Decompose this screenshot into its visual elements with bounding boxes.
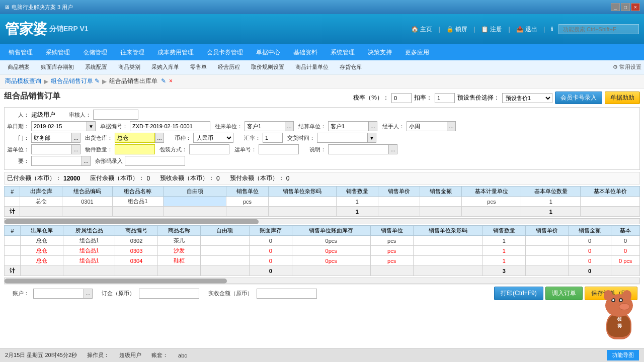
member-card-btn[interactable]: 会员卡号录入 xyxy=(555,92,602,104)
account-input[interactable] xyxy=(33,289,84,299)
subnav-stock-init[interactable]: 账面库存期初 xyxy=(36,62,79,72)
warehouse-input[interactable] xyxy=(115,133,155,143)
minimize-button[interactable]: _ xyxy=(611,3,620,11)
subnav-uom[interactable]: 商品计量单位 xyxy=(290,62,334,72)
subnav-history[interactable]: 经营历程 xyxy=(213,62,245,72)
nav-membership[interactable]: 会员卡券管理 xyxy=(201,46,249,59)
transport-input[interactable] xyxy=(31,144,71,154)
shipno-label: 运单号： xyxy=(234,146,257,153)
settle-btn[interactable]: … xyxy=(368,121,377,131)
lock-link[interactable]: 🔒 锁屏 xyxy=(446,25,467,34)
nav-voucher[interactable]: 单据中心 xyxy=(250,46,286,59)
table1-header-row: # 出库仓库 组合品编码 组合品名称 自由项 销售单位 销售单位杂形码 销售数量… xyxy=(5,187,640,197)
partner-btn[interactable]: … xyxy=(285,121,294,131)
logout-link[interactable]: 📤 退出 xyxy=(516,25,537,34)
note-input[interactable] xyxy=(328,144,388,154)
currency-select[interactable]: 人民币 xyxy=(193,133,233,143)
window-controls[interactable]: _ □ × xyxy=(611,3,640,11)
subnav-product-category[interactable]: 商品类别 xyxy=(113,62,145,72)
price-select[interactable]: 预设售价1 xyxy=(502,93,552,103)
scrollbar-h-2[interactable] xyxy=(4,278,640,284)
docno-input[interactable] xyxy=(130,121,210,131)
partner-input[interactable] xyxy=(245,121,285,131)
mascot: 彼得 xyxy=(601,294,641,344)
scrollbar-thumb-2[interactable] xyxy=(5,279,227,284)
subnav-price-rule[interactable]: 取价规则设置 xyxy=(246,62,289,72)
scrollbar-thumb-1[interactable] xyxy=(5,219,259,224)
req-btn[interactable]: … xyxy=(82,156,91,166)
warehouse-btn[interactable]: … xyxy=(155,133,164,143)
order-input[interactable] xyxy=(139,289,199,299)
mascot-img: 彼得 xyxy=(601,294,639,339)
nav-sales[interactable]: 销售管理 xyxy=(3,46,39,59)
nav-basic[interactable]: 基础资料 xyxy=(287,46,324,59)
person2-input[interactable] xyxy=(407,121,447,131)
actual-input[interactable] xyxy=(257,289,317,299)
partner-label: 往来单位： xyxy=(215,123,243,130)
mascot-text: 彼得 xyxy=(609,316,629,329)
function-search-input[interactable] xyxy=(558,24,639,34)
transport-btn[interactable]: … xyxy=(71,144,80,154)
date-input[interactable] xyxy=(31,121,87,131)
subnav-product-file[interactable]: 商品档案 xyxy=(3,62,35,72)
main-nav: 销售管理 采购管理 仓储管理 往来管理 成本费用管理 会员卡券管理 单据中心 基… xyxy=(0,44,644,60)
close-button[interactable]: × xyxy=(631,3,640,11)
nav-warehouse[interactable]: 仓储管理 xyxy=(77,46,113,59)
tax-input[interactable] xyxy=(391,93,412,103)
scrollbar-h-1[interactable] xyxy=(4,218,640,224)
nav-purchase[interactable]: 采购管理 xyxy=(40,46,76,59)
func-map-btn[interactable]: 功能导图 xyxy=(607,350,639,360)
subnav-retail[interactable]: 零售单 xyxy=(185,62,212,72)
person2-btn[interactable]: … xyxy=(447,121,456,131)
info-link[interactable]: ℹ xyxy=(551,26,553,33)
delivery-btn[interactable]: ▼ xyxy=(367,133,376,143)
subnav-sys-config[interactable]: 系统配置 xyxy=(80,62,112,72)
help-btn[interactable]: 单据助助 xyxy=(605,92,640,104)
nav-decision[interactable]: 决策支持 xyxy=(362,46,398,59)
delivery-input[interactable] xyxy=(317,133,367,143)
settle-input[interactable] xyxy=(328,121,368,131)
dept-btn[interactable]: … xyxy=(71,133,80,143)
print-button[interactable]: 打印(Ctrl+F9) xyxy=(494,287,543,300)
req-input[interactable] xyxy=(31,156,82,166)
subnav-warehouse[interactable]: 存货仓库 xyxy=(335,62,367,72)
count-label: 物件数量： xyxy=(85,146,113,153)
dept-input[interactable] xyxy=(31,133,71,143)
note-btn[interactable]: … xyxy=(388,144,397,154)
date-picker-btn[interactable]: ▼ xyxy=(87,121,96,131)
count-input[interactable] xyxy=(115,144,155,154)
th2-no: # xyxy=(5,226,21,236)
nav-transactions[interactable]: 往来管理 xyxy=(114,46,150,59)
rate-input[interactable] xyxy=(263,133,283,143)
home-link[interactable]: 🏠 主页 xyxy=(411,25,432,34)
shipno-input[interactable] xyxy=(259,144,299,154)
nav-more[interactable]: 更多应用 xyxy=(399,46,435,59)
nav-system[interactable]: 系统管理 xyxy=(325,46,361,59)
delivery-wrapper: ▼ xyxy=(317,133,376,143)
settings-button[interactable]: ⚙ 常用设置 xyxy=(613,63,641,71)
th-base-price: 基本单位单价 xyxy=(581,187,640,197)
header-right: 🏠 主页 | 🔒 锁屏 | 📋 注册 | 📤 退出 | ℹ xyxy=(411,24,639,34)
nav-cost[interactable]: 成本费用管理 xyxy=(151,46,200,59)
discount-input[interactable] xyxy=(435,93,455,103)
th2-unit: 销售单位 xyxy=(370,226,413,236)
breadcrumb-item-1[interactable]: 商品模板查询 xyxy=(5,77,41,85)
maximize-button[interactable]: □ xyxy=(621,3,630,11)
status-bar: 2月15日 星期五 20时45分2秒 操作员： 超级用户 账套： abc 功能导… xyxy=(0,348,644,362)
barcode-input[interactable] xyxy=(125,156,185,166)
breadcrumb-item-2[interactable]: 组合品销售订单 ✎ xyxy=(51,77,100,85)
currency-label: 币种： xyxy=(169,134,191,142)
auditor-input[interactable] xyxy=(93,110,138,120)
discount-label: 扣率： xyxy=(414,94,432,102)
subnav-purchase-in[interactable]: 采购入库单 xyxy=(146,62,184,72)
register-link[interactable]: 📋 注册 xyxy=(481,25,502,34)
account-btn[interactable]: … xyxy=(84,289,93,299)
import-button[interactable]: 调入订单 xyxy=(545,287,583,300)
logo-subtitle: 分销ERP V1 xyxy=(49,25,89,34)
pack-input[interactable] xyxy=(189,144,229,154)
th2-free: 自由项 xyxy=(201,226,249,236)
breadcrumb-close[interactable]: × xyxy=(169,77,173,84)
delivery-label: 交货时间： xyxy=(287,134,315,142)
table2-header-row: # 出库仓库 所属组合品 商品编号 商品名称 自由项 账面库存 销售单位账面库存… xyxy=(5,226,640,236)
th2-combo: 所属组合品 xyxy=(63,226,115,236)
